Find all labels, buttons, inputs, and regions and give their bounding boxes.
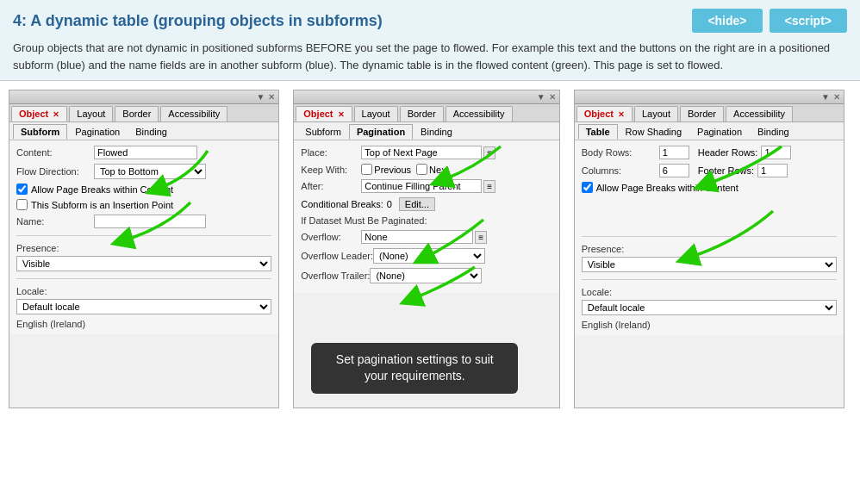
after-list-icon[interactable]: ≡ [483,180,495,193]
panel1-minimize-icon[interactable]: ▼ [256,92,265,102]
panel2-controls: ▼ ✕ [537,92,556,102]
flow-direction-label: Flow Direction: [16,166,94,177]
insertion-point-checkbox[interactable] [16,199,28,210]
tab-accessibility-1[interactable]: Accessibility [160,106,227,121]
locale-field-row-3: Default locale [582,300,837,315]
tooltip-box: Set pagination settings to suit your req… [311,343,518,394]
panel2-subtabs: Subform Pagination Binding [294,122,558,140]
tab-object-1[interactable]: Object ✕ [11,106,67,121]
tab-accessibility-3[interactable]: Accessibility [726,106,793,121]
panel3-titlebar: ▼ ✕ [575,90,844,104]
panel2-tabs: Object ✕ Layout Border Accessibility [294,104,558,122]
panel1-controls: ▼ ✕ [256,92,275,102]
subtab-subform-1[interactable]: Subform [13,124,67,140]
subtab-rowshading-3[interactable]: Row Shading [618,124,689,140]
panel1-tabs: Object ✕ Layout Border Accessibility [9,104,278,122]
panel1-close-icon[interactable]: ✕ [268,92,275,102]
insertion-point-row: This Subform is an Insertion Point [16,199,271,210]
panel3-close-icon[interactable]: ✕ [833,92,840,102]
tab-layout-1[interactable]: Layout [69,106,113,121]
tab-layout-3[interactable]: Layout [634,106,678,121]
locale-select-1[interactable]: Default locale [16,299,271,314]
locale-sub-1: English (Ireland) [16,319,271,329]
header-buttons: <hide> <script> [692,9,847,33]
panel2-close-icon[interactable]: ✕ [549,92,556,102]
overflow-list-icon[interactable]: ≡ [475,231,487,244]
hide-button[interactable]: <hide> [692,9,762,33]
keep-with-next-checkbox[interactable] [416,164,427,175]
panel3-controls: ▼ ✕ [821,92,840,102]
columns-input[interactable] [659,164,689,177]
panel2-minimize-icon[interactable]: ▼ [537,92,545,102]
place-input[interactable] [361,146,482,159]
overflow-input[interactable] [361,230,473,244]
subtab-subform-2[interactable]: Subform [297,124,349,140]
keep-with-row: Keep With: Previous Next [301,164,552,175]
tab-border-1[interactable]: Border [115,106,159,121]
place-list-icon[interactable]: ≡ [483,146,495,159]
keep-with-next-label: Next [429,165,449,175]
overflow-leader-select[interactable]: (None) [373,248,485,264]
panel3-content: Body Rows: Header Rows: Columns: Footer … [575,140,844,335]
keep-with-previous-checkbox[interactable] [361,164,372,175]
flow-direction-select[interactable]: Top to Bottom [94,164,206,179]
body-rows-label: Body Rows: [582,147,659,158]
panel-subform: ▼ ✕ Object ✕ Layout Border Accessibility… [9,90,279,408]
subtab-pagination-1[interactable]: Pagination [67,124,128,140]
edit-button[interactable]: Edit... [399,197,435,211]
tab-layout-2[interactable]: Layout [354,106,398,121]
allow-page-breaks-checkbox-3[interactable] [582,182,593,193]
locale-sub-3: English (Ireland) [582,320,837,330]
body-header-rows-row: Body Rows: Header Rows: [582,146,837,159]
overflow-trailer-select[interactable]: (None) [370,268,482,283]
footer-rows-label: Footer Rows: [698,165,754,176]
subtab-binding-1[interactable]: Binding [128,124,175,140]
allow-page-breaks-row: Allow Page Breaks within Content [16,184,271,195]
overflow-leader-label: Overflow Leader: [301,251,373,261]
allow-page-breaks-label-3: Allow Page Breaks within Content [596,183,738,193]
presence-select-1[interactable]: Visible [16,256,271,271]
header: 4: A dynamic table (grouping objects in … [0,0,860,81]
locale-select-3[interactable]: Default locale [582,300,837,315]
name-input[interactable] [94,215,206,228]
name-label: Name: [16,216,94,227]
subtab-binding-3[interactable]: Binding [750,124,797,140]
subtab-pagination-3[interactable]: Pagination [689,124,750,140]
tooltip-text: Set pagination settings to suit your req… [336,352,494,383]
columns-label: Columns: [582,165,659,176]
after-label: After: [301,181,361,191]
allow-page-breaks-checkbox[interactable] [16,184,28,195]
tab-border-3[interactable]: Border [680,106,724,121]
panel3-minimize-icon[interactable]: ▼ [821,92,830,102]
header-rows-label: Header Rows: [698,147,758,158]
keep-with-label: Keep With: [301,165,361,175]
keep-with-previous-label: Previous [374,165,411,175]
panel1-subtabs: Subform Pagination Binding [9,122,278,140]
header-rows-input[interactable] [761,146,791,159]
panel2-content: Place: ≡ Keep With: Previous Next After:… [294,140,558,293]
subtab-pagination-2[interactable]: Pagination [349,124,413,140]
divider2 [16,278,271,279]
tab-object-2[interactable]: Object ✕ [296,106,352,121]
overflow-label: Overflow: [301,232,361,242]
divider1 [16,235,271,236]
presence-select-3[interactable]: Visible [582,257,837,272]
content-input[interactable] [94,146,197,159]
tab-border-2[interactable]: Border [400,106,444,121]
subtab-binding-2[interactable]: Binding [413,124,460,140]
footer-rows-input[interactable] [757,164,788,177]
locale-field-row-1: Default locale [16,299,271,314]
script-button[interactable]: <script> [770,9,847,33]
conditional-breaks-value: 0 [387,199,392,209]
tab-object-3[interactable]: Object ✕ [576,106,633,121]
after-input[interactable] [361,179,482,193]
subtab-table-3[interactable]: Table [578,124,618,140]
header-description: Group objects that are not dynamic in po… [13,40,847,73]
panels-area: ▼ ✕ Object ✕ Layout Border Accessibility… [0,81,860,417]
tab-accessibility-2[interactable]: Accessibility [446,106,513,121]
name-field-row: Name: [16,215,271,228]
page-title: 4: A dynamic table (grouping objects in … [13,12,383,30]
locale-label-3: Locale: [582,287,837,297]
body-rows-input[interactable] [659,146,689,159]
presence-label-1: Presence: [16,243,271,253]
